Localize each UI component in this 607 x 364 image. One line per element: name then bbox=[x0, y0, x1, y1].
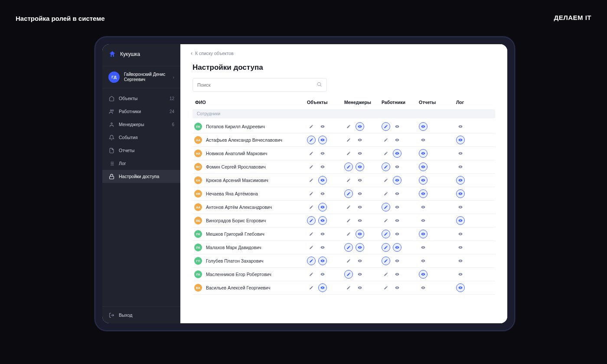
view-permission-toggle[interactable] bbox=[419, 216, 428, 225]
view-permission-toggle[interactable] bbox=[356, 257, 364, 265]
search-box[interactable] bbox=[193, 78, 327, 92]
view-permission-toggle[interactable] bbox=[318, 136, 327, 144]
edit-permission-toggle[interactable] bbox=[382, 136, 390, 144]
sidebar-item-lock[interactable]: Настройки доступа bbox=[102, 170, 180, 183]
view-permission-toggle[interactable] bbox=[456, 189, 465, 198]
edit-permission-toggle[interactable] bbox=[382, 230, 390, 238]
sidebar-item-bell[interactable]: События bbox=[102, 131, 180, 144]
sidebar-item-log[interactable]: Лог bbox=[102, 157, 180, 170]
view-permission-toggle[interactable] bbox=[356, 230, 364, 238]
edit-permission-toggle[interactable] bbox=[344, 136, 353, 144]
view-permission-toggle[interactable] bbox=[393, 122, 401, 131]
edit-permission-toggle[interactable] bbox=[307, 216, 316, 225]
edit-permission-toggle[interactable] bbox=[382, 216, 390, 225]
view-permission-toggle[interactable] bbox=[318, 189, 327, 198]
view-permission-toggle[interactable] bbox=[318, 176, 327, 185]
edit-permission-toggle[interactable] bbox=[344, 122, 353, 131]
search-input[interactable] bbox=[197, 82, 317, 88]
edit-permission-toggle[interactable] bbox=[382, 243, 390, 252]
view-permission-toggle[interactable] bbox=[318, 230, 327, 238]
edit-permission-toggle[interactable] bbox=[382, 122, 390, 131]
edit-permission-toggle[interactable] bbox=[307, 149, 316, 158]
view-permission-toggle[interactable] bbox=[456, 216, 465, 225]
view-permission-toggle[interactable] bbox=[419, 283, 428, 292]
view-permission-toggle[interactable] bbox=[393, 243, 401, 252]
view-permission-toggle[interactable] bbox=[456, 230, 465, 238]
edit-permission-toggle[interactable] bbox=[344, 257, 353, 265]
view-permission-toggle[interactable] bbox=[419, 243, 428, 252]
view-permission-toggle[interactable] bbox=[393, 203, 401, 211]
view-permission-toggle[interactable] bbox=[456, 176, 465, 185]
sidebar-item-manager[interactable]: Менеджеры6 bbox=[102, 118, 180, 131]
view-permission-toggle[interactable] bbox=[419, 189, 428, 198]
view-permission-toggle[interactable] bbox=[356, 122, 364, 131]
view-permission-toggle[interactable] bbox=[393, 216, 401, 225]
view-permission-toggle[interactable] bbox=[419, 162, 428, 171]
view-permission-toggle[interactable] bbox=[318, 270, 327, 279]
edit-permission-toggle[interactable] bbox=[382, 270, 390, 279]
view-permission-toggle[interactable] bbox=[356, 283, 364, 292]
view-permission-toggle[interactable] bbox=[393, 283, 401, 292]
edit-permission-toggle[interactable] bbox=[344, 230, 353, 238]
edit-permission-toggle[interactable] bbox=[344, 243, 353, 252]
view-permission-toggle[interactable] bbox=[356, 136, 364, 144]
view-permission-toggle[interactable] bbox=[393, 189, 401, 198]
edit-permission-toggle[interactable] bbox=[344, 162, 353, 171]
edit-permission-toggle[interactable] bbox=[307, 203, 316, 211]
edit-permission-toggle[interactable] bbox=[344, 216, 353, 225]
view-permission-toggle[interactable] bbox=[356, 216, 364, 225]
view-permission-toggle[interactable] bbox=[318, 122, 327, 131]
back-link[interactable]: ‹ К списку объектов bbox=[180, 44, 507, 56]
sidebar-item-doc[interactable]: Отчеты bbox=[102, 144, 180, 157]
view-permission-toggle[interactable] bbox=[456, 149, 465, 158]
view-permission-toggle[interactable] bbox=[318, 149, 327, 158]
view-permission-toggle[interactable] bbox=[393, 270, 401, 279]
edit-permission-toggle[interactable] bbox=[382, 257, 390, 265]
view-permission-toggle[interactable] bbox=[456, 122, 465, 131]
edit-permission-toggle[interactable] bbox=[344, 283, 353, 292]
view-permission-toggle[interactable] bbox=[419, 270, 428, 279]
view-permission-toggle[interactable] bbox=[356, 189, 364, 198]
edit-permission-toggle[interactable] bbox=[382, 283, 390, 292]
view-permission-toggle[interactable] bbox=[419, 203, 428, 211]
sidebar-item-home[interactable]: Объекты12 bbox=[102, 92, 180, 105]
view-permission-toggle[interactable] bbox=[393, 162, 401, 171]
view-permission-toggle[interactable] bbox=[393, 149, 401, 158]
view-permission-toggle[interactable] bbox=[456, 283, 465, 292]
edit-permission-toggle[interactable] bbox=[307, 162, 316, 171]
edit-permission-toggle[interactable] bbox=[307, 122, 316, 131]
view-permission-toggle[interactable] bbox=[318, 216, 327, 225]
view-permission-toggle[interactable] bbox=[356, 162, 364, 171]
edit-permission-toggle[interactable] bbox=[344, 270, 353, 279]
edit-permission-toggle[interactable] bbox=[307, 230, 316, 238]
view-permission-toggle[interactable] bbox=[419, 257, 428, 265]
view-permission-toggle[interactable] bbox=[456, 203, 465, 211]
view-permission-toggle[interactable] bbox=[318, 283, 327, 292]
view-permission-toggle[interactable] bbox=[419, 149, 428, 158]
edit-permission-toggle[interactable] bbox=[307, 136, 316, 144]
view-permission-toggle[interactable] bbox=[419, 176, 428, 185]
sidebar-item-people[interactable]: Работники24 bbox=[102, 105, 180, 118]
view-permission-toggle[interactable] bbox=[393, 257, 401, 265]
edit-permission-toggle[interactable] bbox=[382, 189, 390, 198]
edit-permission-toggle[interactable] bbox=[344, 149, 353, 158]
user-profile[interactable]: ГД Гайворонский Денис Сергеевич › bbox=[102, 66, 180, 88]
edit-permission-toggle[interactable] bbox=[344, 203, 353, 211]
edit-permission-toggle[interactable] bbox=[307, 283, 316, 292]
view-permission-toggle[interactable] bbox=[318, 243, 327, 252]
view-permission-toggle[interactable] bbox=[318, 162, 327, 171]
edit-permission-toggle[interactable] bbox=[344, 176, 353, 185]
view-permission-toggle[interactable] bbox=[356, 243, 364, 252]
view-permission-toggle[interactable] bbox=[393, 136, 401, 144]
view-permission-toggle[interactable] bbox=[419, 122, 428, 131]
view-permission-toggle[interactable] bbox=[393, 230, 401, 238]
view-permission-toggle[interactable] bbox=[456, 162, 465, 171]
edit-permission-toggle[interactable] bbox=[382, 203, 390, 211]
edit-permission-toggle[interactable] bbox=[307, 257, 316, 265]
edit-permission-toggle[interactable] bbox=[307, 189, 316, 198]
view-permission-toggle[interactable] bbox=[419, 230, 428, 238]
view-permission-toggle[interactable] bbox=[393, 176, 401, 185]
edit-permission-toggle[interactable] bbox=[307, 270, 316, 279]
view-permission-toggle[interactable] bbox=[318, 203, 327, 211]
view-permission-toggle[interactable] bbox=[456, 270, 465, 279]
